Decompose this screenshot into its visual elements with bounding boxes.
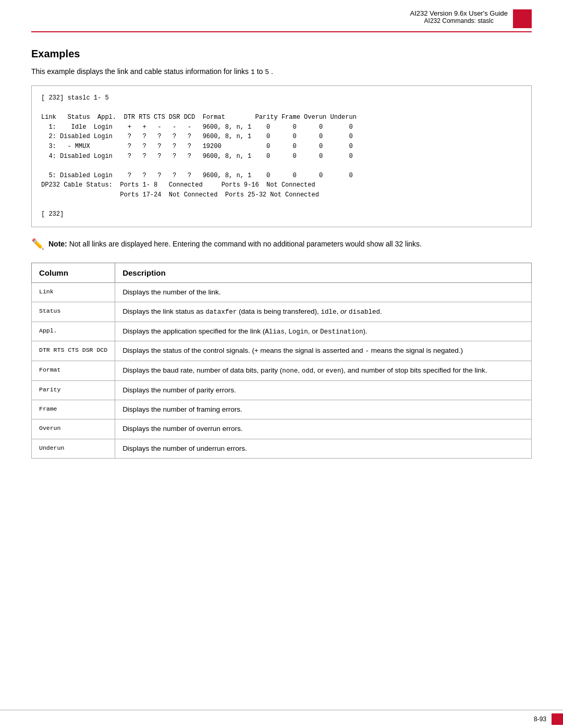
table-cell-description: Displays the number of underrun errors. — [115, 439, 532, 458]
intro-to: to — [257, 67, 265, 76]
table-cell-column: Parity — [32, 380, 115, 400]
footer-accent-box — [552, 713, 563, 725]
note-body: Not all links are displayed here. Enteri… — [69, 240, 422, 248]
table-cell-description: Displays the number of parity errors. — [115, 380, 532, 400]
table-cell-column: Underun — [32, 439, 115, 458]
section-title: Examples — [31, 48, 532, 60]
table-cell-description: Displays the number of framing errors. — [115, 400, 532, 419]
table-cell-column: Status — [32, 302, 115, 322]
intro-code-start: 1 — [251, 68, 255, 76]
table-cell-column: Link — [32, 282, 115, 302]
table-row: Appl.Displays the application specified … — [32, 322, 532, 341]
table-row: FrameDisplays the number of framing erro… — [32, 400, 532, 419]
table-row: LinkDisplays the number of the link. — [32, 282, 532, 302]
col-header-column: Column — [32, 263, 115, 282]
table-row: OverunDisplays the number of overrun err… — [32, 419, 532, 439]
intro-code-end: 5 — [265, 68, 269, 76]
page-number: 8-93 — [534, 715, 546, 723]
intro-text-start: This example displays the link and cable… — [31, 67, 249, 76]
note-text: Note: Not all links are displayed here. … — [48, 239, 422, 250]
page-footer: 8-93 — [0, 710, 563, 728]
table-cell-column: DTR RTS CTS DSR DCD — [32, 341, 115, 361]
col-header-description: Description — [115, 263, 532, 282]
code-example-block: [ 232] staslc 1- 5 Link Status Appl. DTR… — [31, 85, 532, 227]
table-cell-column: Overun — [32, 419, 115, 439]
header-subtitle: AI232 Commands: staslc — [410, 17, 508, 24]
page-header: AI232 Version 9.6x User's Guide AI232 Co… — [31, 0, 532, 32]
table-row: DTR RTS CTS DSR DCDDisplays the status o… — [32, 341, 532, 361]
table-cell-description: Displays the status of the control signa… — [115, 341, 532, 361]
table-cell-column: Format — [32, 361, 115, 381]
table-cell-description: Displays the application specified for t… — [115, 322, 532, 341]
table-cell-column: Appl. — [32, 322, 115, 341]
intro-period: . — [271, 67, 273, 76]
main-content: Examples This example displays the link … — [31, 32, 532, 459]
header-title: AI232 Version 9.6x User's Guide — [410, 9, 508, 17]
table-cell-column: Frame — [32, 400, 115, 419]
intro-paragraph: This example displays the link and cable… — [31, 67, 532, 76]
table-row: FormatDisplays the baud rate, number of … — [32, 361, 532, 381]
table-cell-description: Displays the number of overrun errors. — [115, 419, 532, 439]
table-row: StatusDisplays the link status as dataxf… — [32, 302, 532, 322]
table-cell-description: Displays the link status as dataxfer (da… — [115, 302, 532, 322]
header-text-block: AI232 Version 9.6x User's Guide AI232 Co… — [410, 9, 508, 24]
table-row: UnderunDisplays the number of underrun e… — [32, 439, 532, 458]
note-section: ✏️ Note: Not all links are displayed her… — [31, 239, 532, 250]
note-label: Note: — [48, 240, 67, 248]
table-header-row: Column Description — [32, 263, 532, 282]
header-accent-box — [513, 9, 532, 28]
table-cell-description: Displays the number of the link. — [115, 282, 532, 302]
table-cell-description: Displays the baud rate, number of data b… — [115, 361, 532, 381]
note-icon: ✏️ — [31, 238, 44, 250]
description-table: Column Description LinkDisplays the numb… — [31, 263, 532, 459]
table-row: ParityDisplays the number of parity erro… — [32, 380, 532, 400]
